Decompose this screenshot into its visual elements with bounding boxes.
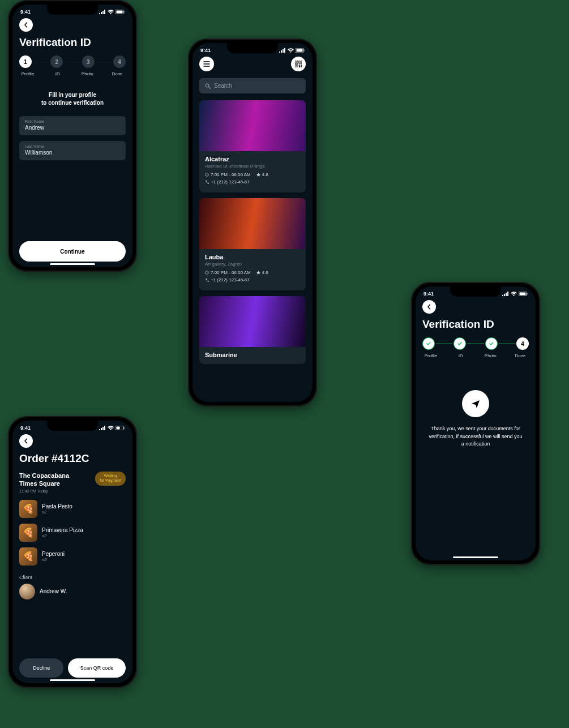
- client-row: Andrew W.: [19, 584, 126, 599]
- star-icon: [256, 173, 260, 177]
- last-name-value: Williamson: [25, 149, 120, 156]
- last-name-field[interactable]: Last Name Williamson: [19, 141, 126, 160]
- back-button[interactable]: [19, 18, 33, 32]
- scan-qr-button[interactable]: Scan QR code: [68, 658, 126, 678]
- step-4-label: Done: [512, 353, 529, 358]
- venue-card[interactable]: Alcatraz Railroad St undefined Orange 7:…: [199, 100, 306, 192]
- qr-button[interactable]: [291, 57, 306, 71]
- paper-plane-icon: [470, 399, 481, 409]
- decline-button[interactable]: Decline: [19, 658, 63, 678]
- chevron-left-icon: [23, 438, 29, 444]
- step-1-label: Profile: [19, 71, 36, 76]
- step-1-circle: [422, 337, 435, 350]
- back-button[interactable]: [19, 434, 33, 448]
- venue-rating: 4.8: [256, 270, 268, 275]
- step-3-label: Photo: [482, 353, 499, 358]
- menu-button[interactable]: [199, 57, 214, 71]
- step-1-label: Profile: [422, 353, 439, 358]
- status-time: 9:41: [20, 9, 31, 15]
- venue-card[interactable]: Lauba Art gallery, Zagreb 7:00 PM - 06:0…: [199, 198, 306, 290]
- order-item: 🍕 Primavera Pizza x2: [19, 524, 126, 542]
- step-3-label: Photo: [79, 71, 96, 76]
- venue-image: [199, 296, 306, 347]
- step-2-circle: [454, 337, 466, 350]
- client-avatar: [19, 584, 35, 599]
- status-icons: [99, 10, 125, 14]
- search-placeholder: Search: [214, 83, 232, 89]
- step-labels: Profile ID Photo Done: [19, 71, 126, 76]
- order-time: 11:42 PM Today: [19, 489, 69, 493]
- clock-icon: [205, 173, 209, 177]
- client-label: Client: [19, 575, 126, 580]
- order-item-name: Primavera Pizza: [42, 527, 83, 533]
- page-title: Order #4112C: [19, 452, 126, 465]
- step-4-circle: 4: [113, 55, 126, 68]
- qr-icon: [295, 61, 302, 67]
- venue-address: Railroad St undefined Orange: [205, 164, 300, 169]
- stepper: 1 2 3 4: [19, 55, 126, 68]
- page-title: Verification ID: [422, 318, 529, 331]
- venue-phone: +1 (212) 123-45-67: [205, 277, 250, 282]
- svg-rect-12: [299, 65, 300, 66]
- svg-point-16: [206, 84, 209, 87]
- clock-icon: [205, 271, 209, 275]
- svg-rect-7: [296, 62, 297, 63]
- home-indicator[interactable]: [50, 263, 95, 265]
- order-items: 🍕 Pasta Pesto x2 🍕 Primavera Pizza x2 🍕 …: [19, 500, 126, 571]
- order-location-1: The Copacabana: [19, 472, 69, 479]
- first-name-label: First Name: [25, 119, 120, 123]
- status-badge: Waiting for Payment: [95, 472, 126, 486]
- step-labels: Profile ID Photo Done: [422, 353, 529, 358]
- step-4-label: Done: [109, 71, 126, 76]
- status-icons: [99, 426, 125, 430]
- status-time: 9:41: [200, 48, 211, 53]
- order-thumb: 🍕: [19, 524, 37, 542]
- stepper: 4: [422, 337, 529, 350]
- status-icons: [502, 292, 528, 296]
- venue-phone: +1 (212) 123-45-67: [205, 179, 250, 185]
- hamburger-icon: [203, 61, 210, 67]
- step-2-label: ID: [452, 353, 469, 358]
- venue-hours: 7:00 PM - 06:00 AM: [205, 270, 251, 275]
- step-3-circle: [485, 337, 498, 350]
- order-item: 🍕 Pasta Pesto x2: [19, 500, 126, 518]
- step-3-circle: 3: [82, 55, 95, 68]
- back-button[interactable]: [422, 300, 436, 314]
- page-title: Verification ID: [19, 36, 126, 49]
- subtitle: Fill in your profile to continue verific…: [19, 91, 126, 107]
- client-name: Andrew W.: [40, 588, 67, 594]
- venue-card[interactable]: Submarine: [199, 296, 306, 364]
- check-icon: [426, 341, 431, 346]
- step-1-circle: 1: [19, 55, 32, 68]
- order-item-qty: x2: [42, 533, 83, 538]
- star-icon: [256, 271, 260, 275]
- svg-rect-2: [124, 11, 125, 13]
- check-icon: [489, 341, 494, 346]
- step-4-circle: 4: [516, 337, 529, 350]
- search-icon: [205, 83, 211, 89]
- order-item-name: Pasta Pesto: [42, 503, 72, 509]
- home-indicator[interactable]: [453, 556, 498, 558]
- home-indicator[interactable]: [50, 679, 95, 681]
- svg-rect-15: [301, 66, 302, 67]
- chevron-left-icon: [426, 304, 432, 310]
- venue-list: Alcatraz Railroad St undefined Orange 7:…: [199, 100, 306, 370]
- svg-rect-13: [301, 65, 302, 66]
- order-thumb: 🍕: [19, 500, 37, 518]
- status-time: 9:41: [423, 291, 434, 297]
- chevron-left-icon: [23, 22, 29, 28]
- phone-icon: [205, 180, 209, 184]
- order-item: 🍕 Peperoni x2: [19, 547, 126, 566]
- first-name-field[interactable]: First Name Andrew: [19, 116, 126, 135]
- step-2-label: ID: [49, 71, 66, 76]
- order-item-name: Peperoni: [42, 551, 65, 557]
- continue-button[interactable]: Continue: [19, 241, 126, 262]
- send-icon-circle: [462, 390, 489, 417]
- search-input[interactable]: Search: [199, 78, 306, 93]
- status-icons: [279, 48, 305, 53]
- svg-rect-9: [300, 62, 301, 63]
- phone-icon: [205, 278, 209, 282]
- svg-rect-24: [124, 427, 125, 429]
- done-message: Thank you, we sent your documents for ve…: [422, 425, 529, 448]
- svg-rect-14: [299, 66, 300, 67]
